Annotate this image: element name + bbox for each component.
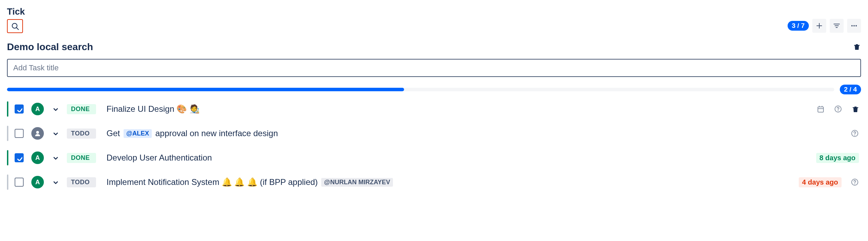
trash-icon — [851, 105, 859, 113]
expand-toggle[interactable] — [52, 154, 59, 162]
check-icon — [16, 155, 22, 161]
help-button[interactable] — [834, 105, 842, 113]
task-accent — [7, 126, 8, 141]
filter-button[interactable] — [830, 19, 844, 33]
task-row[interactable]: TODOGet @ALEX approval on new interface … — [7, 124, 861, 143]
task-accent — [7, 174, 8, 190]
expand-toggle[interactable] — [52, 130, 59, 137]
more-button[interactable] — [847, 19, 861, 33]
chevron-down-icon — [52, 154, 59, 162]
task-actions: 4 days ago — [799, 177, 861, 187]
status-badge[interactable]: DONE — [67, 153, 96, 163]
status-badge[interactable]: DONE — [67, 104, 96, 114]
add-task-input[interactable] — [7, 59, 861, 77]
header-count-badge: 3 / 7 — [788, 21, 809, 31]
due-badge: 4 days ago — [799, 177, 842, 187]
status-badge[interactable]: TODO — [67, 177, 96, 187]
person-icon — [33, 129, 42, 138]
task-title[interactable]: Get @ALEX approval on new interface desi… — [106, 129, 851, 138]
search-button[interactable] — [7, 19, 23, 33]
task-checkbox[interactable] — [15, 129, 24, 138]
date-button[interactable] — [816, 105, 825, 113]
expand-toggle[interactable] — [52, 105, 59, 113]
mention[interactable]: @ALEX — [124, 129, 152, 138]
task-checkbox[interactable] — [15, 153, 24, 162]
add-button[interactable] — [812, 19, 826, 33]
progress-badge: 2 / 4 — [840, 85, 861, 94]
help-button[interactable] — [851, 178, 859, 186]
task-accent — [7, 101, 8, 117]
assignee-avatar[interactable]: A — [31, 151, 44, 164]
task-title[interactable]: Finalize UI Design 🎨 🧑‍🎨 — [106, 104, 816, 114]
status-badge[interactable]: TODO — [67, 129, 96, 139]
check-icon — [16, 106, 22, 112]
section-title: Demo local search — [7, 41, 93, 53]
progress-fill — [7, 88, 404, 91]
progress-bar — [7, 88, 834, 91]
task-actions — [816, 105, 861, 113]
help-icon — [851, 178, 859, 186]
task-row[interactable]: ADONEFinalize UI Design 🎨 🧑‍🎨 — [7, 99, 861, 119]
trash-icon — [853, 43, 861, 51]
chevron-down-icon — [52, 105, 59, 113]
expand-toggle[interactable] — [52, 178, 59, 186]
help-icon — [834, 105, 842, 113]
search-icon — [11, 22, 19, 30]
calendar-icon — [816, 105, 825, 113]
task-list: ADONEFinalize UI Design 🎨 🧑‍🎨TODOGet @AL… — [7, 99, 861, 192]
mention[interactable]: @NURLAN MIRZAYEV — [321, 178, 393, 187]
chevron-down-icon — [52, 130, 59, 137]
assignee-avatar[interactable]: A — [31, 103, 44, 115]
plus-icon — [815, 22, 823, 30]
task-actions — [851, 129, 861, 138]
assignee-avatar[interactable] — [31, 127, 44, 140]
delete-section-button[interactable] — [853, 43, 861, 51]
assignee-avatar[interactable]: A — [31, 176, 44, 188]
task-accent — [7, 150, 8, 165]
app-title: Tick — [7, 6, 25, 17]
task-row[interactable]: ATODOImplement Notification System 🔔 🔔 🔔… — [7, 172, 861, 192]
task-actions: 8 days ago — [816, 153, 861, 163]
task-title[interactable]: Develop User Authentication — [106, 153, 816, 163]
help-icon — [851, 129, 859, 138]
task-checkbox[interactable] — [15, 178, 24, 187]
task-checkbox[interactable] — [15, 104, 24, 114]
more-icon — [850, 22, 858, 30]
chevron-down-icon — [52, 178, 59, 186]
task-title[interactable]: Implement Notification System 🔔 🔔 🔔 (if … — [106, 177, 799, 187]
help-button[interactable] — [851, 129, 859, 138]
due-badge: 8 days ago — [816, 153, 859, 163]
task-row[interactable]: ADONEDevelop User Authentication8 days a… — [7, 148, 861, 168]
delete-task-button[interactable] — [851, 105, 859, 113]
filter-icon — [833, 22, 841, 30]
